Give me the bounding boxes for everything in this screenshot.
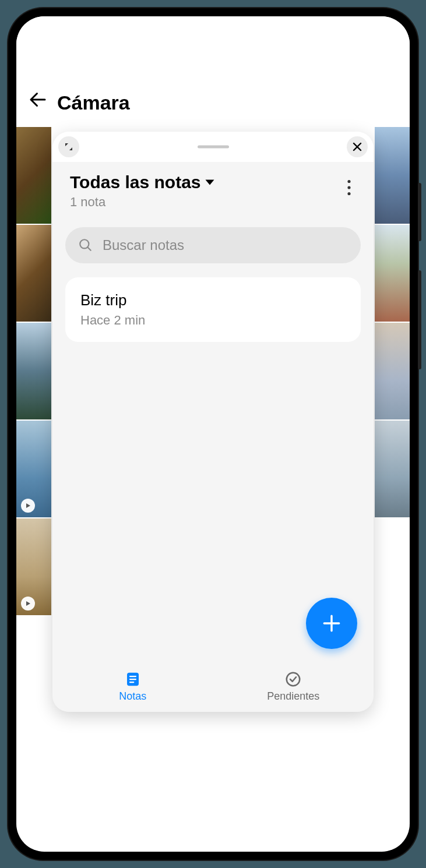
- search-placeholder: Buscar notas: [103, 237, 184, 253]
- overlay-handle-row[interactable]: [52, 132, 374, 162]
- expand-button[interactable]: [58, 136, 79, 157]
- thumbnail[interactable]: [16, 421, 51, 517]
- background-app-title: Cámara: [57, 91, 130, 114]
- play-icon: [21, 499, 35, 513]
- tab-todos-label: Pendientes: [267, 690, 319, 703]
- note-list-item[interactable]: Biz trip Hace 2 min: [65, 277, 361, 342]
- thumbnail[interactable]: [16, 323, 51, 419]
- thumbnail[interactable]: [375, 127, 410, 224]
- thumbnail[interactable]: [16, 518, 51, 615]
- notes-collection-title: Todas las notas: [70, 172, 201, 192]
- more-vertical-icon: [347, 179, 351, 196]
- notes-icon: [124, 671, 142, 688]
- phone-frame: Cámara: [8, 8, 418, 860]
- plus-icon: [321, 612, 343, 634]
- svg-point-0: [347, 180, 350, 183]
- background-app-header: Cámara: [16, 16, 410, 127]
- thumbnail-column-left: [16, 127, 51, 852]
- svg-point-1: [347, 186, 350, 189]
- close-button[interactable]: [347, 136, 368, 157]
- more-options-button[interactable]: [342, 172, 356, 205]
- notes-header: Todas las notas 1 nota: [52, 162, 374, 214]
- svg-point-2: [347, 192, 350, 195]
- add-note-button[interactable]: [306, 598, 357, 649]
- notes-header-title-block[interactable]: Todas las notas 1 nota: [70, 172, 342, 210]
- notes-overlay-card: Todas las notas 1 nota: [52, 132, 374, 712]
- tab-notes[interactable]: Notas: [52, 661, 213, 712]
- expand-icon: [64, 142, 73, 151]
- svg-point-5: [287, 672, 300, 686]
- bottom-tab-bar: Notas Pendientes: [52, 661, 374, 712]
- phone-screen: Cámara: [16, 16, 410, 852]
- thumbnail[interactable]: [375, 323, 410, 419]
- tab-todos[interactable]: Pendientes: [213, 661, 374, 712]
- volume-button: [418, 183, 421, 241]
- thumbnail[interactable]: [375, 421, 410, 517]
- search-icon: [78, 238, 93, 253]
- arrow-left-icon: [27, 89, 48, 110]
- search-input[interactable]: Buscar notas: [65, 227, 361, 263]
- note-timestamp: Hace 2 min: [80, 313, 346, 328]
- thumbnail-column-right: [375, 127, 410, 852]
- back-button[interactable]: [23, 85, 52, 114]
- thumbnail[interactable]: [16, 225, 51, 322]
- power-button: [418, 270, 421, 369]
- tab-notes-label: Notas: [119, 690, 146, 703]
- thumbnail[interactable]: [16, 127, 51, 224]
- notes-count: 1 nota: [70, 195, 342, 210]
- close-icon: [352, 142, 362, 152]
- chevron-down-icon: [205, 177, 215, 188]
- drag-handle-icon[interactable]: [198, 146, 229, 149]
- play-icon: [21, 597, 35, 611]
- thumbnail[interactable]: [375, 225, 410, 322]
- note-title: Biz trip: [80, 291, 346, 309]
- check-circle-icon: [284, 671, 302, 688]
